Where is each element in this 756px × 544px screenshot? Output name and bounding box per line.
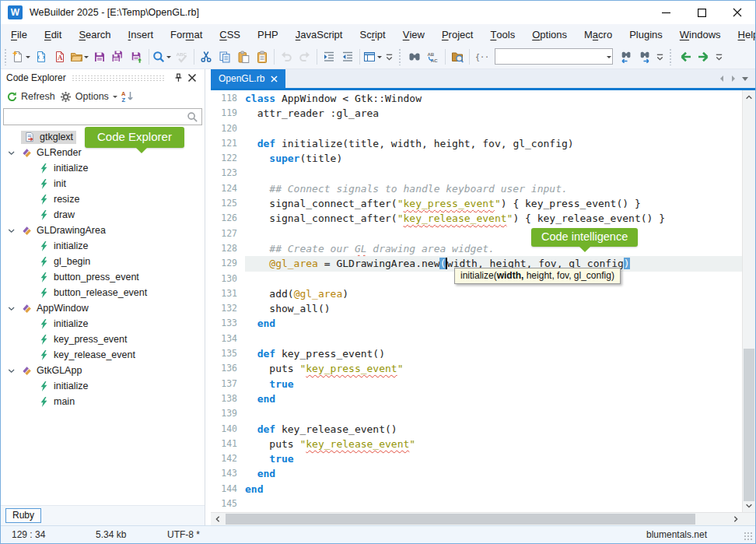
search-dropdown-icon[interactable] (166, 56, 171, 61)
spell-check-button[interactable]: ABC (173, 47, 191, 67)
menu-css[interactable]: CSS (211, 24, 249, 44)
maximize-button[interactable] (684, 1, 719, 24)
refresh-icon[interactable] (5, 89, 19, 104)
view-code-page-button[interactable] (32, 47, 51, 67)
code-braces-button[interactable]: {··} (472, 47, 491, 67)
replace-button[interactable]: ABAC (424, 47, 443, 67)
tree-item-GtkGLApp[interactable]: GtkGLApp (1, 363, 205, 378)
code-text[interactable]: end (245, 482, 742, 497)
toolbar-overflow-icon[interactable] (713, 47, 725, 67)
menu-windows[interactable]: Windows (671, 24, 730, 44)
menu-search[interactable]: Search (70, 24, 119, 44)
menu-tools[interactable]: Tools (481, 24, 523, 44)
options-dropdown-icon[interactable] (113, 96, 117, 100)
menu-script[interactable]: Script (351, 24, 394, 44)
scroll-left-icon[interactable] (211, 513, 224, 525)
code-text[interactable] (245, 332, 742, 346)
sidebar-splitter[interactable] (205, 69, 211, 525)
menu-macro[interactable]: Macro (576, 24, 621, 44)
tree-item-key_release_event[interactable]: key_release_event (1, 347, 205, 363)
tree-item-initialize[interactable]: initialize (1, 378, 205, 394)
navigate-back-button[interactable] (676, 47, 695, 67)
code-text[interactable]: super(title) (245, 151, 742, 166)
scroll-up-icon[interactable] (743, 90, 755, 104)
tree-item-init[interactable]: init (1, 176, 205, 191)
code-text[interactable]: end (245, 316, 742, 331)
copy-button[interactable] (215, 47, 234, 67)
code-text[interactable]: def initialize(title, width, height, fov… (245, 136, 742, 151)
new-document-button[interactable] (11, 47, 32, 67)
indent-button[interactable] (320, 47, 338, 67)
panels-button[interactable] (362, 47, 383, 67)
toolbar-grip[interactable] (398, 48, 402, 65)
horizontal-scrollbar[interactable] (224, 513, 729, 525)
chevron-down-icon[interactable] (4, 226, 18, 236)
new-document-dropdown-icon[interactable] (26, 56, 30, 61)
tab-close-icon[interactable] (271, 75, 278, 82)
explorer-search-input[interactable] (4, 111, 187, 122)
code-text[interactable]: def key_press_event() (245, 346, 742, 361)
menu-plugins[interactable]: Plugins (621, 24, 671, 44)
menu-file[interactable]: File (2, 24, 36, 44)
panel-drag-grip[interactable] (72, 75, 166, 82)
code-text[interactable]: ## Create our GL drawing area widget. (245, 241, 742, 256)
refresh-button[interactable]: Refresh (21, 91, 55, 102)
menu-format[interactable]: Format (162, 24, 211, 44)
chevron-down-icon[interactable] (4, 304, 18, 314)
code-text[interactable]: signal_connect_after("key_press_event") … (245, 196, 742, 211)
cut-button[interactable] (197, 47, 215, 67)
code-text[interactable] (245, 226, 742, 241)
code-text[interactable]: true (245, 377, 742, 391)
menu-options[interactable]: Options (523, 24, 576, 44)
vertical-scroll-thumb[interactable] (744, 349, 754, 501)
search-button[interactable] (152, 47, 173, 67)
code-text[interactable]: attr_reader :gl_area (245, 106, 742, 121)
find-in-files-button[interactable] (448, 47, 467, 67)
navigate-forward-button[interactable] (695, 47, 713, 67)
close-panel-icon[interactable] (185, 71, 199, 85)
find-previous-button[interactable] (617, 47, 635, 67)
open-folder-dropdown-icon[interactable] (84, 56, 89, 61)
toolbar-overflow-icon[interactable] (383, 47, 395, 67)
search-term-input[interactable] (495, 50, 605, 63)
menu-insert[interactable]: Insert (120, 24, 163, 44)
sort-az-icon[interactable]: AZ (121, 89, 135, 104)
horizontal-scroll-thumb[interactable] (226, 514, 695, 525)
tree-item-button_release_event[interactable]: button_release_event (1, 285, 205, 300)
unindent-button[interactable] (338, 47, 357, 67)
tree-item-initialize[interactable]: initialize (1, 160, 205, 176)
code-text[interactable]: puts "key_release_event" (245, 437, 742, 451)
resize-grip[interactable] (744, 532, 753, 541)
language-badge[interactable]: Ruby (5, 508, 41, 523)
code-text[interactable]: ## Connect signals to handle keyboard us… (245, 181, 742, 196)
chevron-down-icon[interactable] (4, 366, 18, 376)
find-button[interactable] (405, 47, 424, 67)
tree-item-draw[interactable]: draw (1, 207, 205, 223)
menu-edit[interactable]: Edit (36, 24, 70, 44)
menu-javascript[interactable]: JavaScript (287, 24, 352, 44)
panels-dropdown-icon[interactable] (377, 56, 382, 61)
save-upload-button[interactable] (128, 47, 146, 67)
tab-scroll-right-icon[interactable] (729, 74, 738, 83)
vendor-link[interactable]: blumentals.net (646, 529, 707, 540)
code-text[interactable]: puts "key_press_event" (245, 361, 742, 376)
code-text[interactable]: end (245, 466, 742, 481)
open-folder-button[interactable] (69, 47, 90, 67)
code-text[interactable]: add(@gl_area) (245, 286, 742, 301)
toolbar-overflow-icon[interactable] (654, 47, 666, 67)
code-text[interactable] (245, 166, 742, 181)
tree-item-button_press_event[interactable]: button_press_event (1, 269, 205, 285)
tree-item-resize[interactable]: resize (1, 191, 205, 207)
code-text[interactable] (245, 497, 742, 511)
menu-view[interactable]: View (394, 24, 433, 44)
gear-icon[interactable] (59, 89, 73, 104)
toolbar-grip[interactable] (669, 48, 673, 65)
toolbar-grip[interactable] (4, 48, 8, 65)
menu-php[interactable]: PHP (249, 24, 287, 44)
minimize-button[interactable] (648, 1, 684, 24)
vertical-scrollbar[interactable] (742, 90, 755, 512)
menu-project[interactable]: Project (433, 24, 481, 44)
code-text[interactable]: ## (245, 511, 742, 512)
code-text[interactable]: end (245, 391, 742, 406)
tree-item-GLDrawingArea[interactable]: GLDrawingArea (1, 223, 205, 238)
